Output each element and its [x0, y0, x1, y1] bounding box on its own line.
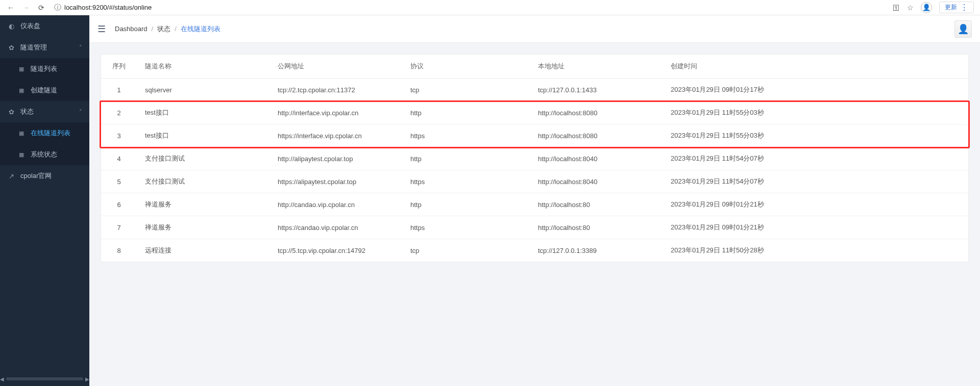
cell-proto: http — [402, 193, 530, 216]
sidebar-item-4[interactable]: ✿状态˄ — [0, 101, 89, 122]
sidebar-icon: ↗ — [7, 172, 15, 180]
sidebar-item-3[interactable]: ▦创建隧道 — [0, 80, 89, 101]
main-area: ☰ Dashboard / 状态 / 在线隧道列表 👤 序列 隧道名称 — [89, 15, 980, 386]
cell-time: 2023年01月29日 09时01分21秒 — [663, 216, 968, 239]
cell-name: 禅道服务 — [137, 216, 270, 239]
table-row: 5支付接口测试https://alipaytest.cpolar.tophttp… — [101, 170, 968, 193]
cell-local: tcp://127.0.0.1:3389 — [530, 239, 663, 262]
cell-proto: tcp — [402, 239, 530, 262]
cell-url: http://alipaytest.cpolar.top — [270, 147, 402, 170]
profile-avatar-icon[interactable]: 👤 — [921, 2, 932, 13]
sidebar-icon: ▦ — [17, 151, 26, 158]
th-local: 本地地址 — [530, 55, 663, 79]
browser-toolbar: ← → ⟳ ⓘ localhost:9200/#/status/online ⚿… — [0, 0, 980, 15]
cell-url: https://alipaytest.cpolar.top — [270, 170, 402, 193]
breadcrumb-current: 在线隧道列表 — [181, 24, 220, 34]
cell-url: http://interface.vip.cpolar.cn — [270, 101, 402, 124]
cell-index: 8 — [101, 239, 137, 262]
table-row: 8远程连接tcp://5.tcp.vip.cpolar.cn:14792tcpt… — [101, 239, 968, 262]
sidebar-item-6[interactable]: ▦系统状态 — [0, 144, 89, 165]
breadcrumb-status[interactable]: 状态 — [157, 24, 170, 34]
cell-index: 1 — [101, 79, 137, 101]
cell-name: 支付接口测试 — [137, 170, 270, 193]
sidebar-item-label: 仪表盘 — [20, 21, 40, 31]
sidebar-item-label: 系统状态 — [31, 150, 57, 159]
browser-menu-icon[interactable]: ⋮ — [960, 4, 968, 12]
sidebar-icon: ✿ — [7, 108, 15, 116]
breadcrumb-sep: / — [175, 25, 177, 33]
page-header: ☰ Dashboard / 状态 / 在线隧道列表 👤 — [89, 15, 980, 43]
cell-local: http://localhost:8040 — [530, 147, 663, 170]
cell-name: 支付接口测试 — [137, 147, 270, 170]
breadcrumb-dashboard[interactable]: Dashboard — [115, 25, 148, 33]
cell-proto: tcp — [402, 79, 530, 101]
cell-url: https://candao.vip.cpolar.cn — [270, 216, 402, 239]
tunnel-table: 序列 隧道名称 公网地址 协议 本地地址 创建时间 1sqlservertcp:… — [101, 55, 968, 262]
cell-index: 3 — [101, 124, 137, 147]
menu-toggle-icon[interactable]: ☰ — [97, 23, 106, 35]
chevron-up-icon: ˄ — [79, 44, 82, 51]
user-avatar[interactable]: 👤 — [954, 20, 972, 38]
tunnel-table-card: 序列 隧道名称 公网地址 协议 本地地址 创建时间 1sqlservertcp:… — [101, 54, 969, 262]
update-button[interactable]: 更新 ⋮ — [939, 2, 974, 13]
address-bar[interactable]: ⓘ localhost:9200/#/status/online — [54, 3, 893, 12]
cell-local: tcp://127.0.0.1:1433 — [530, 79, 663, 101]
sidebar-item-0[interactable]: ◐仪表盘 — [0, 15, 89, 37]
cell-time: 2023年01月29日 11时55分03秒 — [663, 101, 968, 124]
th-url: 公网地址 — [270, 55, 402, 79]
sidebar-item-1[interactable]: ✿隧道管理˄ — [0, 37, 89, 58]
chevron-up-icon: ˄ — [79, 109, 82, 115]
sidebar-icon: ▦ — [17, 66, 26, 72]
cell-index: 5 — [101, 170, 137, 193]
cell-name: test接口 — [137, 101, 270, 124]
site-info-icon[interactable]: ⓘ — [54, 3, 61, 12]
sidebar-item-label: 隧道管理 — [20, 43, 47, 52]
sidebar-item-label: 在线隧道列表 — [31, 128, 70, 138]
sidebar-item-7[interactable]: ↗cpolar官网 — [0, 165, 89, 187]
sidebar-icon: ✿ — [7, 44, 15, 52]
cell-time: 2023年01月29日 11时54分07秒 — [663, 147, 968, 170]
sidebar-icon: ◐ — [7, 22, 15, 30]
cell-index: 7 — [101, 216, 137, 239]
cell-name: sqlserver — [137, 79, 270, 101]
cell-local: http://localhost:8080 — [530, 101, 663, 124]
cell-name: 远程连接 — [137, 239, 270, 262]
cell-proto: https — [402, 124, 530, 147]
breadcrumb-sep: / — [152, 25, 154, 33]
cell-time: 2023年01月29日 09时01分17秒 — [663, 79, 968, 101]
cell-index: 6 — [101, 193, 137, 216]
cell-time: 2023年01月29日 11时54分07秒 — [663, 170, 968, 193]
cell-index: 4 — [101, 147, 137, 170]
cell-local: http://localhost:80 — [530, 193, 663, 216]
sidebar-item-label: cpolar官网 — [20, 171, 52, 181]
table-header-row: 序列 隧道名称 公网地址 协议 本地地址 创建时间 — [101, 55, 968, 79]
sidebar-item-5[interactable]: ▦在线隧道列表 — [0, 122, 89, 144]
cell-proto: https — [402, 216, 530, 239]
sidebar-icon: ▦ — [17, 130, 26, 137]
sidebar-item-label: 创建隧道 — [31, 86, 57, 95]
forward-icon[interactable]: → — [21, 4, 31, 12]
table-row: 1sqlservertcp://2.tcp.cpolar.cn:11372tcp… — [101, 79, 968, 101]
sidebar-item-2[interactable]: ▦隧道列表 — [0, 58, 89, 80]
back-icon[interactable]: ← — [6, 4, 15, 12]
cell-name: 禅道服务 — [137, 193, 270, 216]
cell-proto: http — [402, 101, 530, 124]
sidebar-scrollbar[interactable]: ◀▶ — [0, 377, 89, 381]
cell-proto: https — [402, 170, 530, 193]
table-row: 4支付接口测试http://alipaytest.cpolar.tophttph… — [101, 147, 968, 170]
th-time: 创建时间 — [663, 55, 968, 79]
password-key-icon[interactable]: ⚿ — [893, 4, 900, 12]
url-text: localhost:9200/#/status/online — [64, 4, 152, 11]
reload-icon[interactable]: ⟳ — [37, 4, 46, 12]
cell-time: 2023年01月29日 11时55分03秒 — [663, 124, 968, 147]
cell-url: http://candao.vip.cpolar.cn — [270, 193, 402, 216]
bookmark-star-icon[interactable]: ☆ — [907, 4, 914, 12]
table-row: 2test接口http://interface.vip.cpolar.cnhtt… — [101, 101, 968, 124]
update-button-label: 更新 — [945, 3, 957, 12]
cell-index: 2 — [101, 101, 137, 124]
cell-url: tcp://5.tcp.vip.cpolar.cn:14792 — [270, 239, 402, 262]
th-proto: 协议 — [402, 55, 530, 79]
cell-url: https://interface.vip.cpolar.cn — [270, 124, 402, 147]
sidebar-icon: ▦ — [17, 87, 26, 94]
th-name: 隧道名称 — [137, 55, 270, 79]
